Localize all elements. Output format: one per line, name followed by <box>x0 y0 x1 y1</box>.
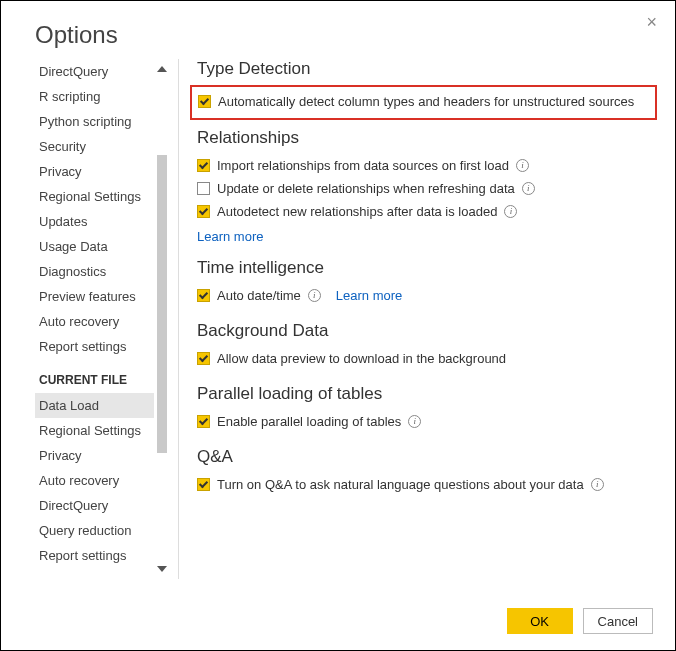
sidebar-item-usage-data[interactable]: Usage Data <box>35 234 155 259</box>
background-data-heading: Background Data <box>197 321 657 341</box>
checkbox-icon[interactable] <box>198 95 211 108</box>
sidebar-item-privacy[interactable]: Privacy <box>35 159 155 184</box>
info-icon[interactable]: i <box>591 478 604 491</box>
scroll-up-icon[interactable] <box>154 61 170 77</box>
opt-background-download[interactable]: Allow data preview to download in the ba… <box>197 347 657 370</box>
checkbox-icon[interactable] <box>197 205 210 218</box>
sidebar-item-directquery[interactable]: DirectQuery <box>35 59 155 84</box>
checkbox-label: Automatically detect column types and he… <box>218 94 634 109</box>
sidebar-item-cf-directquery[interactable]: DirectQuery <box>35 493 155 518</box>
opt-auto-detect-types[interactable]: Automatically detect column types and he… <box>198 90 649 113</box>
sidebar-global-list: DirectQuery R scripting Python scripting… <box>35 59 155 568</box>
sidebar-item-updates[interactable]: Updates <box>35 209 155 234</box>
sidebar-item-diagnostics[interactable]: Diagnostics <box>35 259 155 284</box>
cancel-button[interactable]: Cancel <box>583 608 653 634</box>
checkbox-label: Allow data preview to download in the ba… <box>217 351 506 366</box>
opt-qna[interactable]: Turn on Q&A to ask natural language ques… <box>197 473 657 496</box>
sidebar-item-regional-settings[interactable]: Regional Settings <box>35 184 155 209</box>
type-detection-heading: Type Detection <box>197 59 657 79</box>
opt-auto-date-time[interactable]: Auto date/time i Learn more <box>197 284 657 307</box>
opt-import-relationships[interactable]: Import relationships from data sources o… <box>197 154 657 177</box>
sidebar-item-cf-privacy[interactable]: Privacy <box>35 443 155 468</box>
relationships-learn-more-link[interactable]: Learn more <box>197 229 263 244</box>
qna-heading: Q&A <box>197 447 657 467</box>
checkbox-icon[interactable] <box>197 182 210 195</box>
dialog-footer: OK Cancel <box>507 608 653 634</box>
sidebar-scrollbar[interactable] <box>154 59 170 579</box>
checkbox-icon[interactable] <box>197 478 210 491</box>
sidebar-item-cf-regional-settings[interactable]: Regional Settings <box>35 418 155 443</box>
sidebar-item-python-scripting[interactable]: Python scripting <box>35 109 155 134</box>
sidebar-item-security[interactable]: Security <box>35 134 155 159</box>
sidebar-item-r-scripting[interactable]: R scripting <box>35 84 155 109</box>
body: DirectQuery R scripting Python scripting… <box>1 59 675 579</box>
time-intelligence-heading: Time intelligence <box>197 258 657 278</box>
checkbox-label: Auto date/time <box>217 288 301 303</box>
checkbox-icon[interactable] <box>197 352 210 365</box>
sidebar: DirectQuery R scripting Python scripting… <box>35 59 170 579</box>
sidebar-item-report-settings[interactable]: Report settings <box>35 334 155 359</box>
scroll-down-icon[interactable] <box>154 561 170 577</box>
sidebar-item-cf-report-settings[interactable]: Report settings <box>35 543 155 568</box>
relationships-heading: Relationships <box>197 128 657 148</box>
parallel-loading-heading: Parallel loading of tables <box>197 384 657 404</box>
checkbox-icon[interactable] <box>197 415 210 428</box>
checkbox-label: Import relationships from data sources o… <box>217 158 509 173</box>
scroll-thumb[interactable] <box>157 155 167 453</box>
opt-update-relationships[interactable]: Update or delete relationships when refr… <box>197 177 657 200</box>
time-intelligence-learn-more-link[interactable]: Learn more <box>336 288 402 303</box>
info-icon[interactable]: i <box>408 415 421 428</box>
checkbox-label: Turn on Q&A to ask natural language ques… <box>217 477 584 492</box>
checkbox-label: Autodetect new relationships after data … <box>217 204 497 219</box>
dialog-title: Options <box>1 1 675 59</box>
checkbox-icon[interactable] <box>197 289 210 302</box>
info-icon[interactable]: i <box>522 182 535 195</box>
info-icon[interactable]: i <box>504 205 517 218</box>
sidebar-item-auto-recovery[interactable]: Auto recovery <box>35 309 155 334</box>
info-icon[interactable]: i <box>516 159 529 172</box>
sidebar-item-preview-features[interactable]: Preview features <box>35 284 155 309</box>
checkbox-icon[interactable] <box>197 159 210 172</box>
checkbox-label: Enable parallel loading of tables <box>217 414 401 429</box>
sidebar-item-cf-auto-recovery[interactable]: Auto recovery <box>35 468 155 493</box>
sidebar-item-query-reduction[interactable]: Query reduction <box>35 518 155 543</box>
main-content: Type Detection Automatically detect colu… <box>179 59 675 579</box>
info-icon[interactable]: i <box>308 289 321 302</box>
sidebar-section-current-file: CURRENT FILE <box>35 359 155 393</box>
sidebar-item-data-load[interactable]: Data Load <box>35 393 155 418</box>
close-icon[interactable]: × <box>646 13 657 31</box>
ok-button[interactable]: OK <box>507 608 573 634</box>
highlighted-option: Automatically detect column types and he… <box>190 85 657 120</box>
opt-parallel-loading[interactable]: Enable parallel loading of tables i <box>197 410 657 433</box>
checkbox-label: Update or delete relationships when refr… <box>217 181 515 196</box>
opt-autodetect-relationships[interactable]: Autodetect new relationships after data … <box>197 200 657 223</box>
